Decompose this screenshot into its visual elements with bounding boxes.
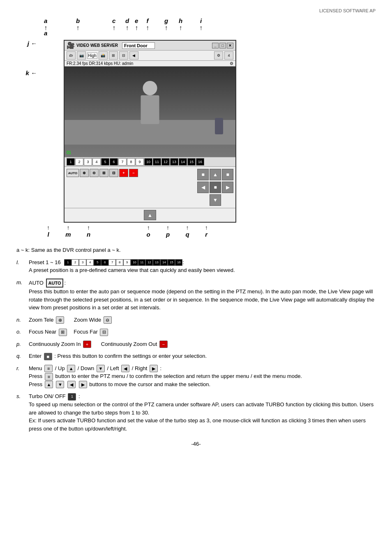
desc-p-content: Continuously Zoom In + Continuously Zoom… [29,340,376,348]
preset-2[interactable]: 2 [75,158,83,166]
toolbar-btn-8[interactable]: 4 [224,51,233,60]
minimize-button[interactable]: _ [212,43,219,48]
ptz-right[interactable]: ▶ [222,182,233,193]
ctrl-btn-focus-far[interactable]: ⊟ [109,169,118,177]
desc-n: n. Zoom Tele ⊕ Zoom Wide ⊖ [16,316,376,324]
ptz-up[interactable]: ▲ [210,169,221,180]
ctrl-btn-zoom-in[interactable]: + [119,169,128,177]
desc-s-body: To speed up menu selection or the contro… [29,401,374,432]
preset-3[interactable]: 3 [84,158,92,166]
desc-l-label: l. [16,258,29,267]
preset-13[interactable]: 13 [170,158,178,166]
ptz-center[interactable]: ■ [210,182,221,193]
pi-14: 14 [160,259,168,266]
ctrl-btn-focus-near[interactable]: ⊞ [99,169,108,177]
desc-q-sub: : Press this button to confirm the setti… [54,353,207,359]
video-number: 01 [67,150,71,155]
pi-2: 2 [71,259,79,266]
toolbar-btn-6[interactable]: ◀ [129,51,138,60]
zoom-wide-icon: ⊖ [104,316,112,324]
press-right-icon: ▶ [79,381,87,388]
desc-r-body1: button to enter the PTZ menu / to confir… [55,373,302,379]
preset-5[interactable]: 5 [101,158,109,166]
toolbar-btn-4[interactable]: ⊞ [109,51,118,60]
preset-16[interactable]: 16 [196,158,204,166]
page-header: LICENSED SOFTWARE AP [16,8,376,13]
ptz-tl[interactable]: ■ [197,169,209,180]
ctrl-btn-zoom-out[interactable]: − [129,169,138,177]
toolbar-btn-5[interactable]: ⊟ [119,51,128,60]
desc-s-label: s. [16,392,29,401]
preset-1[interactable]: 1 [67,158,75,166]
top-labels-row: a a ↑ b ↑ c ↑ d ↑ e ↑ f ↑ g ↑ h [39,17,216,40]
desc-l-content: Preset 1 ~ 16 1 2 3 4 5 6 7 8 9 10 11 12… [29,258,376,274]
preset-inline-display: 1 2 3 4 5 6 7 8 9 10 11 12 13 14 15 16 [64,259,182,266]
desc-s-content: Turbo ON/ OFF 1 : To speed up menu selec… [29,392,376,433]
desc-o-label: o. [16,328,29,336]
ctrl-btn-zoom-wide[interactable]: ⊖ [90,169,99,177]
window-title: VIDEO WEB SERVER [76,43,118,48]
up-control-row: ▲ [65,208,235,222]
desc-r-left: Left [110,365,119,371]
down-icon: ▼ [97,365,105,372]
ptz-down[interactable]: ▼ [210,194,221,206]
description-section: a ~ k: Same as the DVR control panel a ~… [16,246,376,433]
toolbar-btn-2[interactable]: 📷 [77,51,86,60]
toolbar-btn-1[interactable]: 🗁 [67,51,76,60]
toolbar-btn-7[interactable]: ⚙ [214,51,223,60]
zoom-tele-icon: ⊕ [56,316,64,324]
desc-s-title: Turbo ON/ OFF [29,393,66,399]
toolbar-select[interactable]: High [87,53,97,59]
pi-13: 13 [153,259,160,266]
toolbar-btn-3[interactable]: 📸 [99,51,108,60]
pi-15: 15 [168,259,175,266]
press-down-icon: ▼ [56,381,64,388]
ptz-bl [197,194,209,206]
ctrl-btn-zoom-tele[interactable]: ⊕ [80,169,89,177]
maximize-button[interactable]: □ [219,43,226,48]
preset-6[interactable]: 6 [110,158,118,166]
settings-icon: ⚙ [230,61,233,66]
preset-9[interactable]: 9 [136,158,144,166]
desc-r: r. Menu ≡ / Up ▲ / Down ▼ / Left ◀ / Rig… [16,364,376,389]
zoom-out-icon: − [159,341,168,348]
pi-11: 11 [138,259,145,266]
desc-q-label: q. [16,352,29,360]
close-button[interactable]: ✕ [227,43,233,48]
preset-7[interactable]: 7 [118,158,127,166]
pi-12: 12 [145,259,153,266]
desc-m-label: m. [16,279,29,287]
preset-14[interactable]: 14 [179,158,187,166]
preset-12[interactable]: 12 [161,158,170,166]
bottom-labels: ↑ l ↑ m ↑ n ↑ o ↑ p ↑ q ↑ r [39,224,216,238]
left-icon: ◀ [121,365,129,372]
press-udlr-icon: ▲ [45,381,53,388]
up-btn[interactable]: ▲ [144,210,156,220]
desc-o-focus-near: Focus Near [29,329,56,335]
page-number: -46- [16,441,376,447]
right-icon: ▶ [150,365,158,372]
desc-l: l. Preset 1 ~ 16 1 2 3 4 5 6 7 8 9 10 11… [16,258,376,274]
ptz-left[interactable]: ◀ [197,182,209,193]
preset-4[interactable]: 4 [92,158,101,166]
auto-btn[interactable]: AUTO [67,169,79,177]
preset-row: 1 2 3 4 5 6 7 8 9 10 11 12 13 14 15 16 [65,157,235,166]
preset-15[interactable]: 15 [187,158,196,166]
up-icon: ▲ [67,365,75,372]
desc-p: p. Continuously Zoom In + Continuously Z… [16,340,376,348]
preset-11[interactable]: 11 [153,158,161,166]
desc-p-zoom-out: Continuously Zoom Out [101,341,157,347]
pi-6: 6 [101,259,108,266]
video-area: 2006 - DEC - 01 (FRI) 16 : 30 : 16 192.1… [65,67,235,157]
preset-10[interactable]: 10 [144,158,152,166]
desc-m: m. AUTO AUTO: Press this button to enter… [16,279,376,312]
desc-n-label: n. [16,316,29,324]
desc-o-content: Focus Near ⊞ Focus Far ⊟ [29,328,376,336]
desc-r-label: r. [16,364,29,373]
preset-8[interactable]: 8 [127,158,135,166]
pi-7: 7 [108,259,116,266]
pi-3: 3 [79,259,86,266]
desc-o: o. Focus Near ⊞ Focus Far ⊟ [16,328,376,336]
ptz-tr[interactable]: ■ [222,169,233,180]
pi-5: 5 [94,259,101,266]
